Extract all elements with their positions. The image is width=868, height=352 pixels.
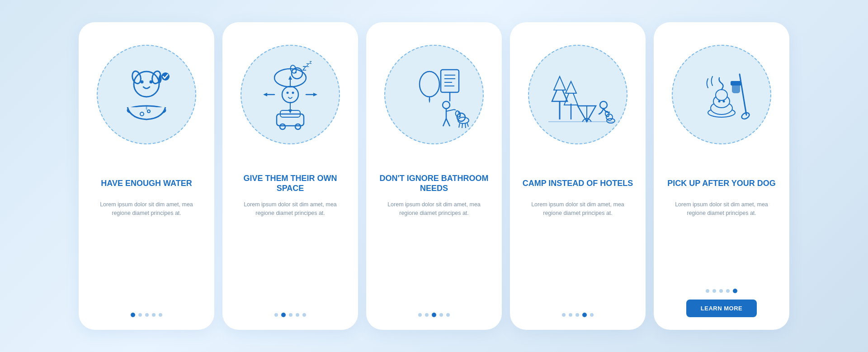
svg-line-48 (462, 124, 462, 128)
dots-bathroom (418, 304, 450, 317)
svg-text:Z: Z (309, 60, 312, 65)
dot-3[interactable] (432, 313, 436, 317)
svg-line-42 (446, 119, 450, 126)
dashed-circle-camp (528, 45, 627, 144)
dot-1[interactable] (562, 313, 566, 317)
dot-4[interactable] (582, 313, 587, 317)
card-body-pickup: Lorem ipsum dolor sit dim amet, mea regi… (654, 196, 789, 218)
dots-space (274, 304, 306, 317)
card-body-camp: Lorem ipsum dolor sit dim amet, mea regi… (510, 196, 646, 218)
dot-4[interactable] (152, 313, 156, 317)
dog-space-icon: Z Z Z (252, 56, 329, 133)
svg-point-68 (716, 90, 727, 100)
card-illustration-bathroom (366, 22, 502, 167)
card-title-camp: CAMP INSTEAD OF HOTELS (512, 171, 644, 196)
dots-camp (562, 304, 594, 317)
dot-4[interactable] (439, 313, 443, 317)
dots-water (131, 304, 162, 317)
card-illustration-water (79, 22, 214, 167)
bathroom-icon (396, 56, 472, 133)
svg-line-71 (740, 74, 746, 115)
dot-1[interactable] (418, 313, 422, 317)
water-bowl-icon (108, 56, 185, 133)
dot-3[interactable] (576, 313, 579, 317)
svg-line-41 (443, 119, 446, 126)
dot-5[interactable] (590, 313, 594, 317)
svg-point-26 (292, 92, 294, 94)
dot-5[interactable] (159, 313, 162, 317)
card-camp: CAMP INSTEAD OF HOTELS Lorem ipsum dolor… (510, 22, 646, 330)
card-illustration-pickup (654, 22, 789, 167)
svg-text:Z: Z (306, 62, 309, 68)
svg-line-40 (446, 109, 454, 111)
svg-point-69 (718, 100, 721, 103)
svg-line-49 (465, 124, 466, 128)
card-body-water: Lorem ipsum dolor sit dim amet, mea regi… (79, 196, 214, 218)
learn-more-button[interactable]: LEARN MORE (686, 300, 757, 317)
dashed-circle-bathroom (384, 45, 484, 144)
svg-point-24 (282, 86, 298, 103)
dot-3[interactable] (719, 289, 723, 293)
dot-4[interactable] (296, 313, 299, 317)
dot-1[interactable] (706, 289, 709, 293)
svg-marker-53 (554, 76, 566, 90)
card-title-water: HAVE ENOUGH WATER (90, 171, 203, 196)
svg-point-38 (443, 101, 450, 109)
card-illustration-camp (510, 22, 646, 167)
dot-2[interactable] (425, 313, 429, 317)
card-space: Z Z Z (222, 22, 358, 330)
dashed-circle-pickup (672, 45, 771, 144)
dot-5[interactable] (733, 289, 737, 293)
camp-icon (539, 56, 616, 133)
dot-5[interactable] (302, 313, 306, 317)
pickup-icon (683, 56, 760, 133)
svg-point-70 (723, 100, 725, 103)
dot-1[interactable] (131, 313, 135, 317)
dot-2[interactable] (138, 313, 142, 317)
card-title-pickup: PICK UP AFTER YOUR DOG (656, 171, 787, 196)
dot-3[interactable] (145, 313, 149, 317)
card-illustration-space: Z Z Z (222, 22, 358, 167)
svg-point-30 (295, 124, 301, 129)
svg-rect-32 (441, 70, 459, 92)
svg-point-31 (420, 71, 439, 97)
card-water: HAVE ENOUGH WATER Lorem ipsum dolor sit … (79, 22, 214, 330)
svg-line-47 (459, 123, 460, 128)
dot-5[interactable] (446, 313, 450, 317)
card-body-space: Lorem ipsum dolor sit dim amet, mea regi… (222, 196, 358, 218)
svg-point-25 (287, 92, 289, 94)
svg-point-29 (280, 124, 285, 129)
svg-marker-56 (566, 81, 576, 93)
card-title-bathroom: DON'T IGNORE BATHROOM NEEDS (366, 171, 502, 196)
dot-1[interactable] (274, 313, 278, 317)
svg-line-50 (467, 123, 468, 127)
dot-3[interactable] (289, 313, 292, 317)
svg-point-63 (607, 119, 615, 123)
svg-rect-74 (731, 81, 741, 86)
dot-2[interactable] (281, 313, 286, 317)
card-title-space: GIVE THEM THEIR OWN SPACE (222, 171, 358, 196)
card-pickup: PICK UP AFTER YOUR DOG Lorem ipsum dolor… (654, 22, 789, 330)
dots-pickup (706, 281, 737, 293)
svg-point-59 (600, 101, 607, 109)
dot-4[interactable] (726, 289, 730, 293)
svg-marker-19 (313, 93, 317, 96)
dashed-circle-space: Z Z Z (241, 45, 340, 144)
card-bathroom: DON'T IGNORE BATHROOM NEEDS Lorem ipsum … (366, 22, 502, 330)
card-body-bathroom: Lorem ipsum dolor sit dim amet, mea regi… (366, 196, 502, 218)
dot-2[interactable] (712, 289, 716, 293)
svg-point-72 (741, 111, 750, 120)
dashed-circle-water (97, 45, 196, 144)
svg-marker-17 (263, 93, 267, 96)
dot-2[interactable] (569, 313, 572, 317)
cards-container: HAVE ENOUGH WATER Lorem ipsum dolor sit … (70, 13, 798, 339)
